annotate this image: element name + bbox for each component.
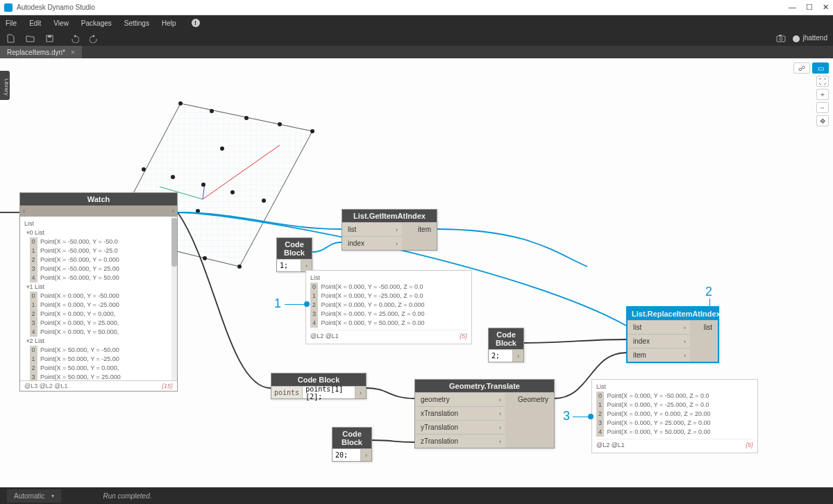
save-icon[interactable] <box>44 33 54 43</box>
annotation-1-dot <box>304 301 310 307</box>
camera-icon[interactable] <box>776 33 786 43</box>
code-text[interactable]: points[1][2]; <box>303 387 355 398</box>
redo-icon[interactable] <box>89 33 99 43</box>
app-logo-icon <box>4 3 12 12</box>
input-geometry[interactable]: geometry› <box>415 392 505 406</box>
annotation-3: 3 <box>563 409 570 423</box>
toolbar: jhattend <box>0 31 833 46</box>
graph-canvas[interactable]: Library ☍ ▭ ⛶ + − ✥ <box>0 58 833 487</box>
zoom-out-button[interactable]: − <box>816 102 829 113</box>
node-header: Code Block <box>333 428 371 448</box>
svg-rect-2 <box>777 36 785 42</box>
open-file-icon[interactable] <box>25 33 35 43</box>
tab-replace-items[interactable]: ReplaceItems.dyn* × <box>0 46 82 58</box>
input-ztranslation[interactable]: zTranslation› <box>415 434 505 448</box>
output-port[interactable]: › <box>355 387 366 398</box>
node-header: Code Block <box>489 328 523 349</box>
watch-content: List ▾0 List 0 Point(X = -50.000, Y = -5… <box>20 217 177 380</box>
zoom-in-button[interactable]: + <box>816 89 829 100</box>
svg-point-24 <box>220 146 224 151</box>
minimize-button[interactable]: — <box>789 3 796 12</box>
svg-point-17 <box>230 190 235 194</box>
code-text[interactable]: 2; <box>489 350 512 362</box>
node-header: Code Block <box>277 238 312 259</box>
svg-point-25 <box>196 209 200 213</box>
view-3d-icon[interactable]: ☍ <box>793 62 810 74</box>
menu-bar: File Edit View Packages Settings Help ! <box>0 15 833 31</box>
status-bar: Automatic▾ Run completed. <box>0 487 833 504</box>
code-text[interactable]: 1; <box>277 260 301 271</box>
input-xtranslation[interactable]: xTranslation› <box>415 406 505 420</box>
run-mode-dropdown[interactable]: Automatic▾ <box>7 489 61 503</box>
menu-edit[interactable]: Edit <box>29 19 41 27</box>
svg-point-21 <box>244 116 249 120</box>
input-item[interactable]: item› <box>628 348 690 362</box>
svg-rect-1 <box>48 35 51 37</box>
fit-view-icon[interactable]: ⛶ <box>816 76 829 87</box>
input-index[interactable]: index› <box>628 334 690 348</box>
app-title: Autodesk Dynamo Studio <box>17 3 95 11</box>
node-header: Watch <box>20 193 177 205</box>
annotation-2-line <box>709 299 710 308</box>
node-get-item-at-index[interactable]: List.GetItemAtIndex list› index› item <box>342 209 437 251</box>
maximize-button[interactable]: ☐ <box>806 3 813 12</box>
close-button[interactable]: ✕ <box>823 3 829 12</box>
info-icon[interactable]: ! <box>192 19 200 27</box>
undo-icon[interactable] <box>69 33 79 43</box>
svg-point-20 <box>210 109 214 113</box>
tab-label: ReplaceItems.dyn* <box>7 49 65 56</box>
tab-close-icon[interactable]: × <box>71 49 75 56</box>
annotation-1: 1 <box>274 296 281 311</box>
preview-replace: List 0 Point(X = 0.000, Y = -50.000, Z =… <box>591 379 758 453</box>
output-geometry[interactable]: Geometry <box>505 392 554 406</box>
node-geometry-translate[interactable]: Geometry.Translate geometry› xTranslatio… <box>414 379 555 448</box>
node-replace-item-at-index[interactable]: List.ReplaceItemAtIndex list› index› ite… <box>626 306 719 363</box>
node-code-block-2[interactable]: Code Block 2; › <box>488 328 524 362</box>
menu-help[interactable]: Help <box>162 19 176 27</box>
svg-point-19 <box>178 101 183 106</box>
output-item[interactable]: item <box>402 222 437 236</box>
svg-point-22 <box>278 122 282 126</box>
node-header: List.GetItemAtIndex <box>342 210 437 222</box>
pan-icon[interactable]: ✥ <box>816 115 829 126</box>
input-ytranslation[interactable]: yTranslation› <box>415 420 505 434</box>
caret-down-icon: ▾ <box>51 493 54 499</box>
preview-getitem: List 0 Point(X = 0.000, Y = -50.000, Z =… <box>305 270 472 344</box>
svg-point-12 <box>203 256 207 260</box>
input-index[interactable]: index› <box>342 236 402 250</box>
output-list[interactable]: list <box>690 320 718 334</box>
node-code-block-1[interactable]: Code Block 1; › <box>276 237 312 272</box>
node-header: Geometry.Translate <box>415 380 554 392</box>
view-graph-icon[interactable]: ▭ <box>812 62 829 74</box>
output-port[interactable]: › <box>512 350 523 362</box>
annotation-2: 2 <box>705 285 712 299</box>
document-tabs: ReplaceItems.dyn* × <box>0 46 833 58</box>
svg-point-18 <box>262 199 266 203</box>
watch-levels: @L3 @L2 @L1 <box>24 383 67 389</box>
library-panel-tab[interactable]: Library <box>0 71 10 100</box>
annotation-1-line <box>285 304 305 305</box>
input-list[interactable]: list› <box>628 320 690 334</box>
input-list[interactable]: list› <box>342 222 402 236</box>
output-port[interactable]: › <box>172 208 174 215</box>
input-points[interactable]: points <box>271 387 303 398</box>
output-port[interactable]: › <box>360 449 371 461</box>
input-port[interactable]: › <box>23 208 25 215</box>
new-file-icon[interactable] <box>6 33 15 43</box>
svg-point-14 <box>142 167 146 171</box>
svg-point-15 <box>171 175 175 179</box>
node-code-block-20[interactable]: Code Block 20; › <box>332 427 372 462</box>
svg-point-16 <box>201 183 205 187</box>
menu-file[interactable]: File <box>6 19 17 27</box>
scrollbar[interactable] <box>171 217 177 380</box>
node-watch[interactable]: Watch ›› List ▾0 List 0 Point(X = -50.00… <box>19 192 178 392</box>
menu-view[interactable]: View <box>53 19 69 27</box>
user-label[interactable]: jhattend <box>793 34 827 42</box>
menu-packages[interactable]: Packages <box>81 19 112 27</box>
node-header: Code Block <box>271 373 366 386</box>
node-code-block-points[interactable]: Code Block points points[1][2]; › <box>271 373 367 399</box>
title-bar: Autodesk Dynamo Studio — ☐ ✕ <box>0 0 833 15</box>
svg-point-3 <box>780 37 782 40</box>
menu-settings[interactable]: Settings <box>124 19 149 27</box>
code-text[interactable]: 20; <box>333 449 360 461</box>
